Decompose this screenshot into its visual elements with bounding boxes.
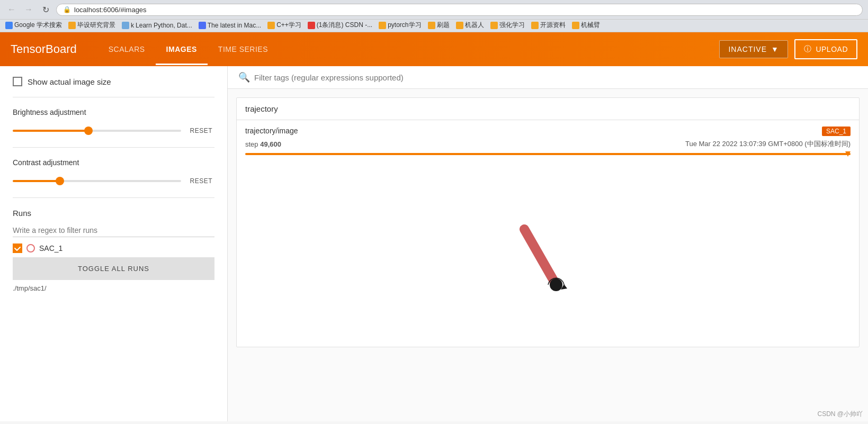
contrast-slider[interactable] [13,180,181,182]
bookmark-2[interactable]: 毕设研究背景 [68,21,115,30]
bookmark-icon-google [5,22,13,29]
bookmark-icon-10 [490,22,498,29]
filter-bar: 🔍 [228,66,868,89]
header-right: INACTIVE ▼ ⓘ UPLOAD [719,39,857,59]
upload-label: UPLOAD [816,45,848,53]
pendulum-visualization [245,155,851,340]
upload-icon: ⓘ [804,44,812,54]
bookmark-6[interactable]: (1条消息) CSDN -... [308,21,372,30]
url-text: localhost:6006/#images [74,6,147,14]
image-size-section: Show actual image size [13,77,214,97]
runs-title: Runs [13,209,214,218]
bookmark-icon-3 [122,22,129,29]
browser-chrome: ← → ↻ 🔒 localhost:6006/#images [0,0,868,20]
inactive-label: INACTIVE [728,45,767,53]
main-layout: Show actual image size Brightness adjust… [0,66,868,421]
bookmark-icon-9 [456,22,463,29]
nav-time-series[interactable]: TIME SERIES [208,33,279,65]
pendulum-svg [495,182,601,314]
run-path: ./tmp/sac1/ [13,284,214,292]
contrast-slider-row: RESET [13,175,214,187]
step-slider-fill [245,153,851,155]
brightness-reset-button[interactable]: RESET [187,125,214,137]
image-size-checkbox[interactable] [13,77,22,86]
bookmark-3[interactable]: k Learn Python, Dat... [122,22,192,29]
bookmark-11[interactable]: 开源资料 [531,21,566,30]
step-text: step 49,600 [245,140,281,148]
reload-button[interactable]: ↻ [39,3,52,16]
brightness-fill [13,130,88,132]
brightness-slider[interactable] [13,130,181,132]
bookmark-icon-11 [531,22,539,29]
bookmark-9[interactable]: 机器人 [456,21,484,30]
image-section-trajectory: trajectory trajectory/image SAC_1 step 4… [236,97,860,347]
bookmark-7[interactable]: pytorch学习 [379,21,421,30]
bookmark-4[interactable]: The latest in Mac... [199,22,261,29]
contrast-section: Contrast adjustment RESET [13,158,214,198]
bookmark-label-6: (1条消息) CSDN -... [317,21,372,30]
bookmark-icon-2 [68,22,76,29]
bookmark-label-5: C++学习 [276,21,301,30]
bookmark-label-4: The latest in Mac... [208,22,261,29]
checkmark-icon [14,245,21,252]
image-step-row: step 49,600 Tue Mar 22 2022 13:07:39 GMT… [245,139,851,149]
dropdown-arrow-icon: ▼ [771,45,779,53]
bookmarks-bar: Google 学术搜索 毕设研究背景 k Learn Python, Dat..… [0,20,868,32]
run-color-circle [26,244,35,252]
section-title-trajectory: trajectory [237,98,859,120]
run-checkbox-sac1[interactable] [13,243,22,253]
nav-scalars[interactable]: SCALARS [98,33,156,65]
tensorboard-header: TensorBoard SCALARS IMAGES TIME SERIES I… [0,32,868,66]
lock-icon: 🔒 [63,6,71,13]
brightness-label: Brightness adjustment [13,108,214,116]
runs-filter-input[interactable] [13,224,214,237]
bookmark-label-11: 开源资料 [540,21,566,30]
contrast-label: Contrast adjustment [13,158,214,167]
step-slider[interactable] [245,153,851,155]
bookmark-google[interactable]: Google 学术搜索 [5,21,62,30]
bookmark-label: Google 学术搜索 [14,21,62,30]
pendulum-rod [524,229,556,285]
forward-button[interactable]: → [22,3,35,16]
brightness-section: Brightness adjustment RESET [13,108,214,148]
content-area: 🔍 trajectory trajectory/image SAC_1 step… [228,66,868,421]
search-icon: 🔍 [238,71,250,83]
bookmark-icon-12 [572,22,579,29]
contrast-fill [13,180,60,182]
brightness-thumb[interactable] [84,127,93,135]
back-button[interactable]: ← [5,3,18,16]
image-size-label: Show actual image size [28,77,111,86]
bookmark-label-10: 强化学习 [499,21,525,30]
contrast-reset-button[interactable]: RESET [187,175,214,187]
watermark: CSDN @小帅吖 [817,410,863,419]
nav-images[interactable]: IMAGES [156,33,208,65]
tag-text: trajectory/image [245,127,298,135]
address-bar[interactable]: 🔒 localhost:6006/#images [56,4,863,16]
bookmark-label-12: 机械臂 [581,21,600,30]
show-image-size-row: Show actual image size [13,77,214,86]
bookmark-label-3: k [131,22,134,29]
bookmark-label-8: 刷题 [437,21,450,30]
image-card: trajectory/image SAC_1 step 49,600 Tue M… [237,120,859,347]
bookmark-icon-8 [428,22,435,29]
bookmark-label-2: 毕设研究背景 [77,21,115,30]
bookmark-10[interactable]: 强化学习 [490,21,525,30]
image-tag-label: trajectory/image [245,127,298,135]
bookmark-8[interactable]: 刷题 [428,21,450,30]
main-nav: SCALARS IMAGES TIME SERIES [98,33,720,65]
bookmark-label-7: pytorch学习 [388,21,421,30]
tag-filter-input[interactable] [254,73,857,82]
run-name: SAC_1 [39,244,62,252]
bookmark-label-3b: Learn Python, Dat... [136,22,192,29]
toggle-all-runs-button[interactable]: TOGGLE ALL RUNS [13,257,214,280]
bookmark-icon-7 [379,22,386,29]
bookmark-5[interactable]: C++学习 [267,21,301,30]
inactive-dropdown[interactable]: INACTIVE ▼ [719,40,788,58]
run-item-sac1: SAC_1 [13,243,214,253]
bookmark-label-9: 机器人 [465,21,484,30]
contrast-thumb[interactable] [56,177,64,185]
tensorboard-logo: TensorBoard [11,42,77,56]
bookmark-icon-5 [267,22,275,29]
bookmark-12[interactable]: 机械臂 [572,21,600,30]
upload-button[interactable]: ⓘ UPLOAD [794,39,857,59]
